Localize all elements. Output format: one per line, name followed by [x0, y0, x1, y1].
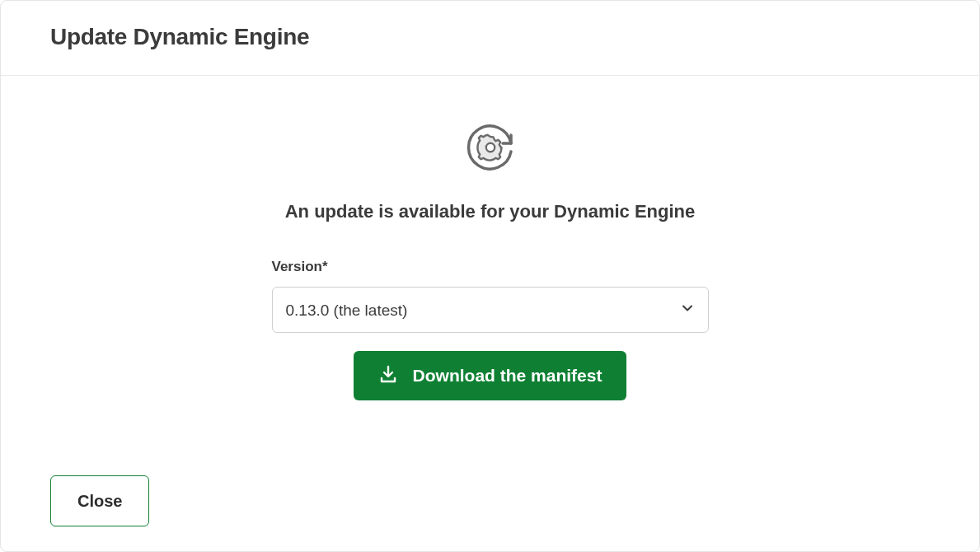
dialog-header: Update Dynamic Engine [1, 1, 979, 76]
version-label: Version* [272, 259, 709, 275]
gear-refresh-icon [462, 119, 519, 176]
close-button[interactable]: Close [50, 475, 149, 526]
download-button-label: Download the manifest [413, 366, 603, 386]
dialog-body: An update is available for your Dynamic … [1, 76, 979, 475]
update-dialog: Update Dynamic Engine An update is avail… [0, 0, 980, 552]
update-message: An update is available for your Dynamic … [285, 201, 696, 222]
version-select[interactable]: 0.13.0 (the latest) [272, 287, 709, 333]
dialog-footer: Close [1, 475, 979, 551]
dialog-title: Update Dynamic Engine [50, 24, 930, 50]
svg-point-0 [485, 143, 494, 152]
download-manifest-button[interactable]: Download the manifest [354, 351, 627, 400]
download-icon [378, 364, 398, 388]
version-form: Version* 0.13.0 (the latest) [272, 259, 709, 400]
download-row: Download the manifest [272, 351, 709, 400]
version-select-wrap: 0.13.0 (the latest) [272, 287, 709, 333]
